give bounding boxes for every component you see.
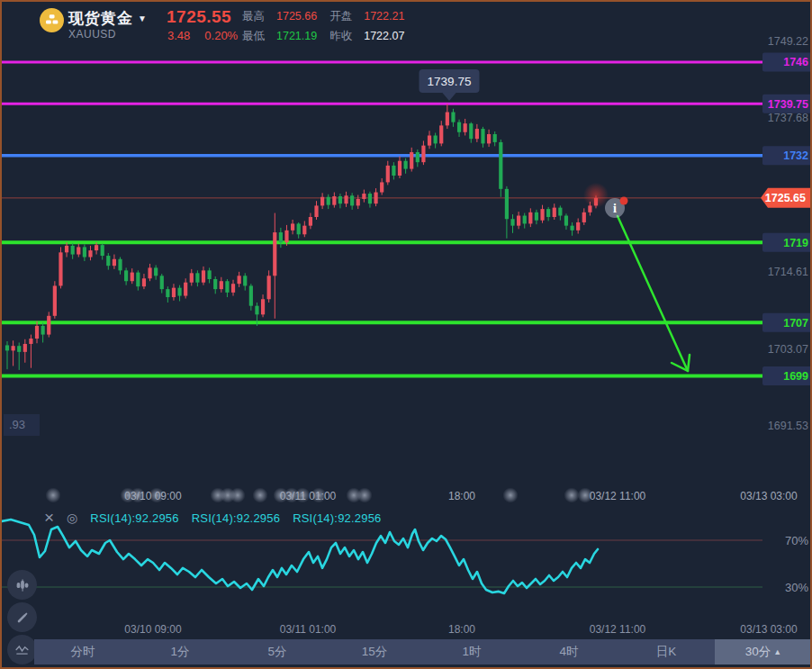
candle [177,288,181,296]
candle [314,205,318,217]
candles-icon [14,577,31,593]
time-label: 03/11 01:00 [280,490,337,502]
candle [564,216,568,226]
stat-label: 最高 [242,10,265,23]
level-badge-label: 1699 [783,370,808,383]
candle [469,123,473,139]
header: 现货黄金▼ XAUUSD 1725.55 3.48 0.20% 最高1725.6… [2,2,810,49]
trading-app-window: 70%30%03/10 09:0003/10 09:0003/11 01:000… [0,0,812,669]
time-label: 03/12 11:00 [590,490,646,502]
stat-label: 最低 [242,30,265,42]
alert-dot [620,197,628,205]
candle [582,212,586,222]
candle [279,232,283,242]
candle [220,281,223,289]
draw-tool-button[interactable] [7,602,37,632]
event-marker-dot[interactable] [46,488,61,503]
candle [17,346,21,352]
trend-arrow[interactable] [618,216,688,371]
candle [553,208,556,217]
rsi-level-label: 70% [785,534,808,547]
candle [558,208,562,216]
rsi-time-label: 03/10 09:00 [124,623,182,636]
interval-tab-5分[interactable]: 5分 [229,639,326,664]
candle [446,113,449,126]
close-indicator-icon[interactable]: × [44,510,54,526]
candle [118,259,122,271]
candle [297,223,301,234]
price-change: 3.48 [167,29,190,42]
stat-value: 1722.21 [364,10,404,23]
candle [487,134,491,143]
candle [327,197,330,205]
level-badge-label: 1739.75 [768,98,808,111]
stat-label: 开盘 [329,10,352,23]
quote-stats: 最高1725.66开盘1722.21最低1721.19昨收1722.07 [242,9,404,44]
candle [148,267,151,278]
candle [166,289,169,297]
candle [88,250,92,257]
candle [202,270,205,282]
candle [505,189,509,219]
candle [439,125,443,143]
event-marker-dot[interactable] [564,488,580,503]
candle [481,129,484,143]
event-marker-dot[interactable] [357,488,373,503]
indicator-settings-icon[interactable]: ◎ [67,510,77,526]
level-badge-label: 1707 [783,317,808,330]
candle [131,273,134,282]
symbol-code: XAUUSD [68,28,116,41]
chevron-up-icon: ▲ [773,647,781,656]
price-chart-svg: 70%30%03/10 09:0003/10 09:0003/11 01:000… [2,2,810,667]
candle [570,226,573,231]
candle [338,196,342,203]
current-price-badge-label: 1725.65 [765,192,806,204]
time-label: 03/13 03:00 [740,490,798,502]
candle [546,209,550,217]
interval-tab-分时[interactable]: 分时 [34,639,131,664]
candle [225,281,229,293]
event-marker-dot[interactable] [503,488,519,503]
interval-tab-30分[interactable]: 30分▲ [715,639,812,664]
interval-tab-4时[interactable]: 4时 [520,639,618,664]
candle [83,247,86,257]
volume-toggle-button[interactable] [7,570,37,600]
stat-value: 1722.07 [364,30,404,42]
candle [124,270,128,281]
candle [499,142,502,189]
rsi-time-label: 18:00 [448,623,475,636]
gold-coin-icon [40,8,64,32]
indicator-button[interactable] [7,635,37,664]
interval-tab-15分[interactable]: 15分 [326,639,423,664]
candle [255,306,258,315]
interval-tab-1时[interactable]: 1时 [423,639,520,664]
event-marker-dot[interactable] [253,488,268,503]
rsi-label: RSI(14):92.2956 [293,511,381,525]
candle [457,122,461,132]
stat-value: 1725.66 [276,10,317,23]
interval-tab-日K[interactable]: 日K [618,639,715,664]
candle [172,288,176,297]
candle [53,285,57,315]
candle [510,219,514,225]
interval-tab-1分[interactable]: 1分 [131,639,229,664]
candle [374,193,377,204]
candle [95,245,98,250]
price-change-row: 3.48 0.20% [167,29,238,42]
candle [428,135,431,145]
quote-stat: 最低1721.19 [242,29,317,44]
price-axis-label: 1691.53 [768,420,808,432]
candle [320,197,324,206]
candle [213,279,217,289]
symbol-selector[interactable]: 现货黄金▼ [68,8,148,29]
candle [273,232,276,276]
candle [302,226,306,235]
symbol-name: 现货黄金 [68,10,133,27]
candle [344,195,347,203]
candle [249,285,253,305]
event-marker-dot[interactable] [230,488,246,503]
candle [65,246,68,252]
candle [475,129,479,139]
rsi-time-label: 03/12 11:00 [590,623,646,636]
rsi-time-label: 03/11 01:00 [280,623,337,636]
